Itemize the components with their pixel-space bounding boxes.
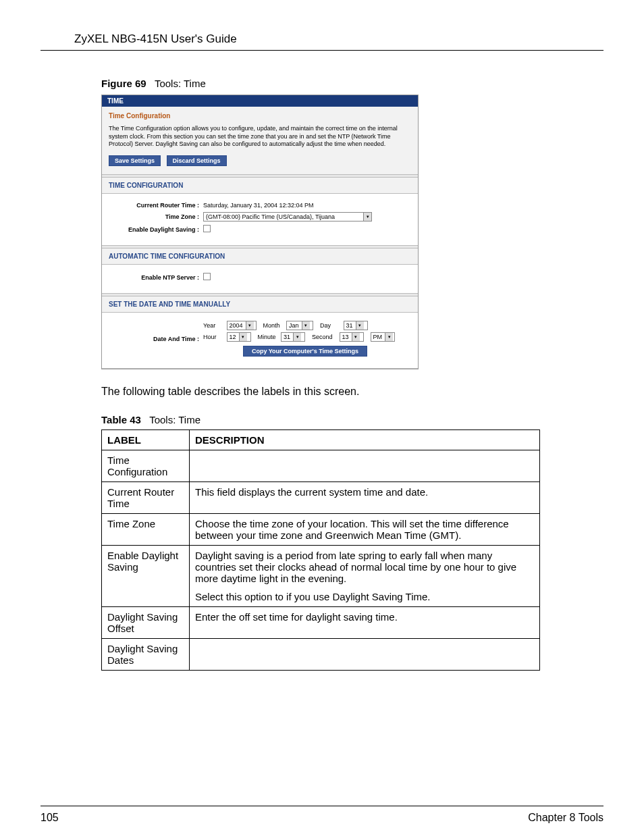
figure-num: Figure 69 [101,78,146,89]
table-cell-label: Time Zone [102,514,190,546]
timezone-label: Time Zone : [109,213,203,220]
body-paragraph: The following table describes the labels… [101,386,603,398]
figure-title: Tools: Time [155,78,206,89]
table-title: Tools: Time [149,414,200,425]
table-row: Daylight Saving OffsetEnter the off set … [102,607,540,639]
enable-ntp-checkbox[interactable] [203,273,211,280]
day-select[interactable]: 31▾ [344,321,368,330]
hour-label: Hour [203,334,225,340]
table-header-label: LABEL [102,430,190,450]
time-config-subhead: Time Configuration [109,112,411,120]
chevron-down-icon: ▾ [356,321,364,330]
table-row: Current Router TimeThis field displays t… [102,482,540,514]
table-cell-description [190,450,540,482]
table-row: Daylight Saving Dates [102,639,540,671]
chevron-down-icon: ▾ [385,333,393,341]
table-cell-label: Time Configuration [102,450,190,482]
section-time-config: TIME CONFIGURATION [102,178,418,194]
table-caption: Table 43 Tools: Time [101,414,603,425]
table-num: Table 43 [101,414,141,425]
copy-computer-time-button[interactable]: Copy Your Computer's Time Settings [243,346,367,357]
page-number: 105 [41,812,59,824]
table-cell-label: Enable Daylight Saving [102,546,190,607]
month-label: Month [263,322,285,329]
month-select[interactable]: Jan▾ [286,321,313,330]
table-cell-description [190,639,540,671]
header-title: ZyXEL NBG-415N User's Guide [74,32,603,46]
save-settings-button[interactable]: Save Settings [109,155,161,166]
table-cell-description: Daylight saving is a period from late sp… [190,546,540,607]
hour-select[interactable]: 12▾ [227,332,251,342]
table-cell-description: Enter the off set time for daylight savi… [190,607,540,639]
description-table: LABEL DESCRIPTION Time ConfigurationCurr… [101,429,540,671]
table-cell-description: Choose the time zone of your location. T… [190,514,540,546]
year-label: Year [203,322,225,329]
chevron-down-icon: ▾ [293,333,301,341]
chevron-down-icon: ▾ [239,333,247,341]
window-titlebar: TIME [102,95,418,107]
day-label: Day [320,322,342,329]
minute-select[interactable]: 31▾ [281,332,305,342]
enable-dst-checkbox[interactable] [203,225,211,232]
chevron-down-icon: ▾ [363,213,371,221]
table-row: Time Configuration [102,450,540,482]
section-auto-time: AUTOMATIC TIME CONFIGURATION [102,249,418,265]
chevron-down-icon: ▾ [352,333,360,341]
table-cell-label: Daylight Saving Dates [102,639,190,671]
second-select[interactable]: 13▾ [340,332,364,342]
chevron-down-icon: ▾ [246,321,254,330]
table-row: Enable Daylight SavingDaylight saving is… [102,546,540,607]
minute-label: Minute [258,334,279,340]
page-header: ZyXEL NBG-415N User's Guide [41,32,603,51]
figure-caption: Figure 69 Tools: Time [101,78,603,89]
table-header-description: DESCRIPTION [190,430,540,450]
discard-settings-button[interactable]: Discard Settings [167,155,227,166]
year-select[interactable]: 2004▾ [227,321,257,330]
chevron-down-icon: ▾ [302,321,310,330]
page-footer: 105 Chapter 8 Tools [41,806,603,824]
timezone-select[interactable]: (GMT-08:00) Pacific Time (US/Canada), Ti… [203,212,372,221]
time-config-desc: The Time Configuration option allows you… [109,125,411,149]
chapter-label: Chapter 8 Tools [528,812,603,824]
date-time-label: Date And Time : [109,336,203,342]
section-manual-time: SET THE DATE AND TIME MANUALLY [102,296,418,313]
table-cell-label: Current Router Time [102,482,190,514]
enable-ntp-label: Enable NTP Server : [109,274,203,281]
enable-dst-label: Enable Daylight Saving : [109,226,203,233]
table-row: Time ZoneChoose the time zone of your lo… [102,514,540,546]
current-router-time-value: Saturday, January 31, 2004 12:32:04 PM [203,202,411,209]
current-router-time-label: Current Router Time : [109,202,203,209]
timezone-select-value: (GMT-08:00) Pacific Time (US/Canada), Ti… [206,213,360,220]
table-cell-label: Daylight Saving Offset [102,607,190,639]
ampm-select[interactable]: PM▾ [371,332,395,342]
second-label: Second [312,334,338,340]
screenshot-time-tool: TIME Time Configuration The Time Configu… [101,95,419,369]
table-cell-description: This field displays the current system t… [190,482,540,514]
